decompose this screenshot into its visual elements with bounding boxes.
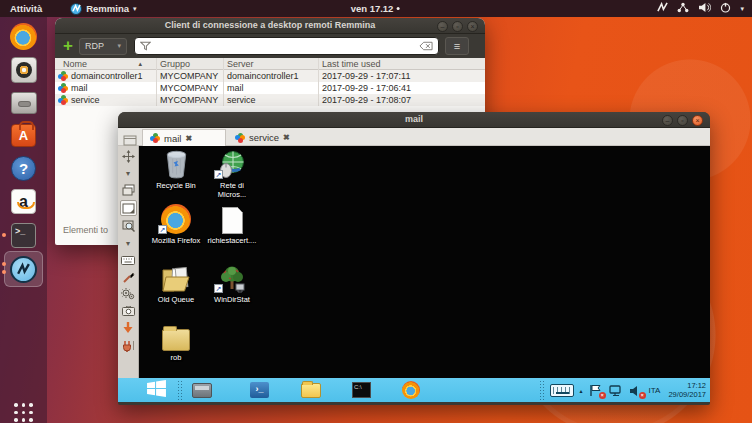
dynamic-resolution-icon[interactable]	[121, 183, 136, 197]
firefox-taskbar-button[interactable]	[402, 381, 420, 399]
tab-label: service	[249, 132, 279, 143]
dock-item-amazon[interactable]: a	[9, 187, 38, 216]
powershell-button[interactable]: ›_	[250, 382, 269, 398]
start-button[interactable]	[146, 378, 167, 403]
table-header: Nome▴GruppoServerLast time used	[55, 58, 485, 70]
column-label: Nome	[63, 59, 87, 69]
network-share-icon[interactable]	[677, 2, 689, 15]
scaled-mode-toggle[interactable]	[120, 200, 137, 216]
running-indicator-dot	[2, 270, 6, 274]
sort-ascending-icon: ▴	[138, 58, 142, 70]
protocol-select[interactable]: RDP ▾	[79, 38, 127, 55]
network-status-icon[interactable]	[609, 383, 623, 397]
cell-server: service	[224, 94, 319, 106]
remmina-tray-icon[interactable]	[657, 2, 668, 15]
table-row[interactable]: mailMYCOMPANYmail2017-09-29 - 17:06:41	[55, 82, 485, 94]
dock-item-ubuntu-software[interactable]: A	[9, 121, 38, 150]
activities-button[interactable]: Attività	[10, 3, 42, 14]
power-icon[interactable]	[720, 2, 731, 15]
language-indicator[interactable]: ITA	[649, 386, 661, 395]
remote-desktop[interactable]: Recycle Bin ↗ Rete di Micros... ↗ Mozill…	[139, 146, 710, 378]
show-hidden-icons-button[interactable]: ▴	[580, 387, 583, 394]
chevron-down-icon[interactable]: ▾	[740, 5, 744, 13]
tab-service[interactable]: service ✖	[228, 129, 316, 146]
cell-nome: mail	[71, 83, 88, 93]
rdp-session-window: mail – ▫ × mail ✖ service ✖	[118, 112, 710, 405]
close-tab-icon[interactable]: ✖	[185, 134, 192, 143]
minimize-session-icon[interactable]	[121, 321, 136, 335]
command-prompt-button[interactable]: C:\	[352, 382, 371, 398]
main-window-title: Client di connessione a desktop remoti R…	[55, 20, 485, 30]
chevron-down-icon: ▾	[117, 42, 121, 50]
minimize-button[interactable]: –	[662, 115, 673, 126]
minimize-button[interactable]: –	[437, 21, 448, 32]
close-button[interactable]: ×	[692, 115, 703, 126]
grab-keyboard-icon[interactable]	[121, 253, 136, 267]
file-explorer-button[interactable]	[301, 383, 321, 398]
new-connection-button[interactable]: +	[63, 36, 73, 56]
desktop-icon-label: rob	[171, 353, 182, 362]
server-manager-button[interactable]	[192, 383, 212, 398]
chevron-down-icon[interactable]: ▾	[121, 166, 136, 180]
desktop-icon-label: Recycle Bin	[156, 181, 196, 190]
menu-button[interactable]: ≡	[445, 37, 469, 55]
desktop-icon-label: richiestacert....	[208, 236, 257, 245]
desktop-icon-windirstat[interactable]: ↗ WinDirStat	[205, 262, 259, 304]
table-row[interactable]: serviceMYCOMPANYservice2017-09-29 - 17:0…	[55, 94, 485, 106]
touch-keyboard-icon[interactable]	[550, 384, 574, 397]
desktop-icon-old-queue[interactable]: Old Queue	[149, 262, 203, 304]
desktop-icon-document[interactable]: richiestacert....	[205, 203, 259, 245]
volume-muted-icon[interactable]: ×	[629, 383, 643, 397]
desktop: Attività Remmina ▾ ven 17.12	[0, 0, 752, 423]
dock-item-firefox[interactable]	[9, 22, 38, 51]
amazon-icon: a	[11, 189, 36, 214]
app-menu[interactable]: Remmina ▾	[70, 3, 136, 15]
taskbar-grip	[177, 380, 182, 400]
rdp-titlebar[interactable]: mail – ▫ ×	[118, 112, 710, 128]
scale-quality-icon[interactable]	[121, 219, 136, 233]
column-header-gruppo[interactable]: Gruppo	[157, 58, 224, 70]
column-header-last-time[interactable]: Last time used	[319, 58, 479, 70]
maximize-button[interactable]: ▫	[452, 21, 463, 32]
desktop-icon-label: Old Queue	[158, 295, 194, 304]
close-tab-icon[interactable]: ✖	[283, 133, 290, 142]
desktop-icon-network-place[interactable]: ↗ Rete di Micros...	[205, 148, 259, 199]
quick-connect-input[interactable]	[155, 41, 415, 51]
dock-item-remmina[interactable]	[9, 255, 38, 284]
fullscreen-icon[interactable]	[121, 149, 136, 163]
dock-item-terminal[interactable]: >_	[9, 221, 38, 250]
running-indicator-dot	[2, 262, 6, 266]
desktop-icon-recycle-bin[interactable]: Recycle Bin	[149, 148, 203, 190]
main-titlebar[interactable]: Client di connessione a desktop remoti R…	[55, 18, 485, 34]
clock-menu[interactable]: ven 17.12	[351, 3, 400, 14]
volume-icon[interactable]	[698, 2, 711, 15]
tab-bar: mail ✖ service ✖	[118, 128, 710, 146]
quick-connect-field[interactable]	[134, 37, 439, 55]
terminal-icon: >_	[11, 223, 36, 248]
clock-label: ven 17.12	[351, 3, 394, 14]
disconnect-plug-icon[interactable]	[121, 338, 136, 352]
taskbar-clock[interactable]: 17:12 29/09/2017	[668, 381, 706, 400]
action-center-flag-icon[interactable]: ×	[589, 383, 603, 397]
dock-item-rhythmbox[interactable]	[9, 55, 38, 84]
dock-item-help[interactable]: ?	[9, 154, 38, 183]
preferences-tool-icon[interactable]	[121, 270, 136, 284]
column-header-server[interactable]: Server	[224, 58, 319, 70]
table-row[interactable]: domaincontroller1MYCOMPANYdomaincontroll…	[55, 70, 485, 82]
maximize-button[interactable]: ▫	[677, 115, 688, 126]
tab-mail[interactable]: mail ✖	[142, 129, 226, 146]
desktop-icon-firefox[interactable]: ↗ Mozilla Firefox	[149, 203, 203, 245]
screenshot-icon[interactable]	[121, 304, 136, 318]
chevron-down-icon[interactable]: ▾	[121, 236, 136, 250]
shortcut-arrow-icon: ↗	[214, 170, 223, 179]
main-toolbar: + RDP ▾ ≡	[55, 34, 485, 58]
dock-item-files[interactable]	[9, 88, 38, 117]
cell-nome: domaincontroller1	[71, 71, 143, 81]
show-applications-button[interactable]	[14, 403, 34, 423]
column-header-nome[interactable]: Nome▴	[55, 58, 157, 70]
clear-input-icon[interactable]	[419, 41, 433, 51]
tools-gears-icon[interactable]	[121, 287, 136, 301]
document-icon	[222, 207, 243, 234]
close-button[interactable]: ×	[467, 21, 478, 32]
desktop-icon-rob[interactable]: rob	[149, 320, 203, 362]
